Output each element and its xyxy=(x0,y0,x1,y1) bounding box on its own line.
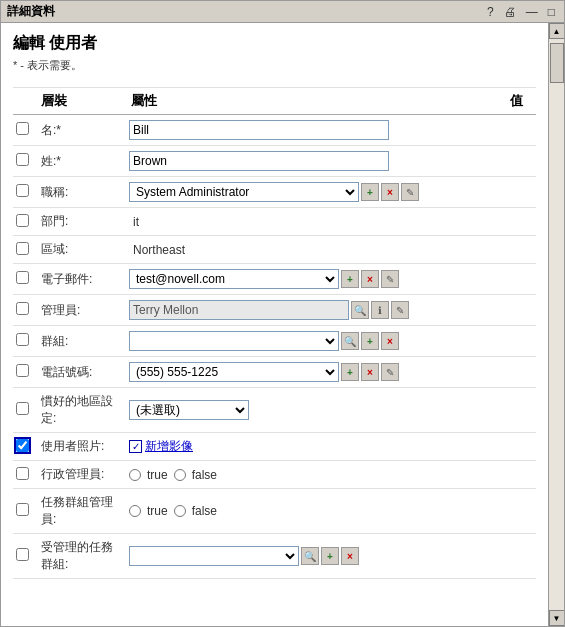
checkbox-firstname[interactable] xyxy=(16,122,29,135)
value-locale: (未選取) xyxy=(125,388,504,433)
checkbox-lastname[interactable] xyxy=(16,153,29,166)
value-title: System Administrator + × ✎ xyxy=(125,177,504,208)
label-phone: 電話號碼: xyxy=(35,357,125,388)
admin-radio-true[interactable] xyxy=(129,469,141,481)
label-title: 職稱: xyxy=(35,177,125,208)
admin-radio-false[interactable] xyxy=(174,469,186,481)
checkbox-cell-group xyxy=(13,326,35,357)
value-task-admin: true false xyxy=(125,489,504,534)
title-field-group: System Administrator + × ✎ xyxy=(129,182,500,202)
title-remove-btn[interactable]: × xyxy=(381,183,399,201)
select-title[interactable]: System Administrator xyxy=(129,182,359,202)
select-group[interactable] xyxy=(129,331,339,351)
row-group: 群組: 🔍 + × xyxy=(13,326,536,357)
checkbox-admin[interactable] xyxy=(16,467,29,480)
managed-field-group: 🔍 + × xyxy=(129,546,500,566)
help-button[interactable]: ? xyxy=(484,5,497,19)
checkbox-cell-phone xyxy=(13,357,35,388)
checkbox-cell-admin xyxy=(13,461,35,489)
scroll-thumb[interactable] xyxy=(550,43,564,83)
checkbox-group[interactable] xyxy=(16,333,29,346)
email-remove-btn[interactable]: × xyxy=(361,270,379,288)
scroll-track[interactable] xyxy=(549,39,564,610)
checkbox-cell-task-admin xyxy=(13,489,35,534)
scrollbar: ▲ ▼ xyxy=(548,23,564,626)
group-add-btn[interactable]: + xyxy=(361,332,379,350)
checkbox-photo[interactable] xyxy=(16,439,29,452)
input-lastname[interactable] xyxy=(129,151,389,171)
manager-search-btn[interactable]: 🔍 xyxy=(351,301,369,319)
select-managed[interactable] xyxy=(129,546,299,566)
row-firstname: 名:* xyxy=(13,115,536,146)
row-photo: 使用者照片: 新增影像 xyxy=(13,433,536,461)
checkbox-title[interactable] xyxy=(16,184,29,197)
scroll-up-btn[interactable]: ▲ xyxy=(549,23,565,39)
input-firstname[interactable] xyxy=(129,120,389,140)
main-area: 編輯 使用者 * - 表示需要。 層裝 屬性 值 xyxy=(1,23,548,626)
phone-edit-btn[interactable]: ✎ xyxy=(381,363,399,381)
email-edit-btn[interactable]: ✎ xyxy=(381,270,399,288)
title-edit-btn[interactable]: ✎ xyxy=(401,183,419,201)
static-dept: it xyxy=(129,215,143,229)
label-locale: 慣好的地區設定: xyxy=(35,388,125,433)
select-email[interactable]: test@novell.com xyxy=(129,269,339,289)
label-lastname: 姓:* xyxy=(35,146,125,177)
minimize-button[interactable]: — xyxy=(523,5,541,19)
required-note: * - 表示需要。 xyxy=(13,58,536,73)
photo-link-group: 新增影像 xyxy=(129,438,500,455)
label-photo: 使用者照片: xyxy=(35,433,125,461)
select-phone[interactable]: (555) 555-1225 xyxy=(129,362,339,382)
select-locale[interactable]: (未選取) xyxy=(129,400,249,420)
checkbox-region[interactable] xyxy=(16,242,29,255)
title-add-btn[interactable]: + xyxy=(361,183,379,201)
group-remove-btn[interactable]: × xyxy=(381,332,399,350)
value-region: Northeast xyxy=(125,236,504,264)
header-col-attr: 屬性 xyxy=(125,88,504,115)
phone-add-btn[interactable]: + xyxy=(341,363,359,381)
checkbox-task-admin[interactable] xyxy=(16,503,29,516)
checkbox-managed[interactable] xyxy=(16,548,29,561)
group-search-btn[interactable]: 🔍 xyxy=(341,332,359,350)
title-bar: 詳細資料 ? 🖨 — □ xyxy=(1,1,564,23)
checkbox-manager[interactable] xyxy=(16,302,29,315)
task-admin-radio-true[interactable] xyxy=(129,505,141,517)
restore-button[interactable]: □ xyxy=(545,5,558,19)
checkbox-email[interactable] xyxy=(16,271,29,284)
managed-search-btn[interactable]: 🔍 xyxy=(301,547,319,565)
checkbox-locale[interactable] xyxy=(16,402,29,415)
label-dept: 部門: xyxy=(35,208,125,236)
email-add-btn[interactable]: + xyxy=(341,270,359,288)
phone-remove-btn[interactable]: × xyxy=(361,363,379,381)
title-bar-controls: ? 🖨 — □ xyxy=(484,5,558,19)
managed-add-btn[interactable]: + xyxy=(321,547,339,565)
managed-remove-btn[interactable]: × xyxy=(341,547,359,565)
value-managed: 🔍 + × xyxy=(125,534,504,579)
task-admin-radio-false[interactable] xyxy=(174,505,186,517)
checkbox-cell-title xyxy=(13,177,35,208)
label-manager: 管理員: xyxy=(35,295,125,326)
phone-field-group: (555) 555-1225 + × ✎ xyxy=(129,362,500,382)
checkbox-cell-managed xyxy=(13,534,35,579)
checkbox-cell-locale xyxy=(13,388,35,433)
checkbox-dept[interactable] xyxy=(16,214,29,227)
row-lastname: 姓:* xyxy=(13,146,536,177)
row-phone: 電話號碼: (555) 555-1225 + × ✎ xyxy=(13,357,536,388)
checkbox-cell-photo xyxy=(13,433,35,461)
window-title: 詳細資料 xyxy=(7,3,55,20)
row-manager: 管理員: 🔍 ℹ ✎ xyxy=(13,295,536,326)
add-image-link[interactable]: 新增影像 xyxy=(145,438,193,455)
print-button[interactable]: 🖨 xyxy=(501,5,519,19)
label-admin: 行政管理員: xyxy=(35,461,125,489)
header-col-layer: 層裝 xyxy=(35,88,125,115)
manager-edit-btn[interactable]: ✎ xyxy=(391,301,409,319)
checkbox-phone[interactable] xyxy=(16,364,29,377)
admin-radio-group: true false xyxy=(129,468,500,482)
photo-checked-icon[interactable] xyxy=(129,440,142,453)
checkbox-cell-email xyxy=(13,264,35,295)
task-admin-radio-group: true false xyxy=(129,504,500,518)
label-group: 群組: xyxy=(35,326,125,357)
manager-info-btn[interactable]: ℹ xyxy=(371,301,389,319)
checkbox-cell-firstname xyxy=(13,115,35,146)
value-email: test@novell.com + × ✎ xyxy=(125,264,504,295)
scroll-down-btn[interactable]: ▼ xyxy=(549,610,565,626)
